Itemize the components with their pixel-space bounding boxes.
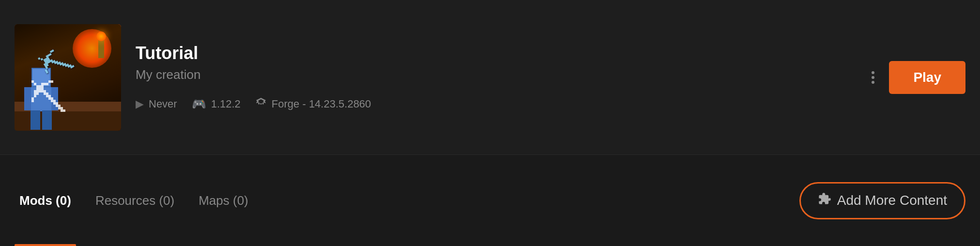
- modloader-value: Forge - 14.23.5.2860: [272, 98, 371, 110]
- instance-title: Tutorial: [136, 43, 867, 63]
- minecraft-character: [24, 68, 58, 126]
- more-options-button[interactable]: [867, 66, 879, 89]
- header-actions: Play: [867, 61, 965, 94]
- forge-icon: [255, 97, 267, 111]
- instance-subtitle: My creation: [136, 67, 867, 82]
- tab-maps-label: Maps (0): [199, 193, 248, 208]
- dot-1: [872, 71, 874, 74]
- meta-last-played: ▶ Never: [136, 98, 177, 110]
- play-button[interactable]: Play: [889, 61, 965, 94]
- tab-mods[interactable]: Mods (0): [15, 155, 76, 246]
- instance-meta: ▶ Never 🎮 1.12.2 Forge - 14.23.5.2860: [136, 97, 867, 111]
- add-more-content-button[interactable]: Add More Content: [799, 182, 965, 219]
- dot-3: [872, 81, 874, 84]
- version-value: 1.12.2: [211, 98, 241, 110]
- content-tabs-section: Mods (0) Resources (0) Maps (0) Add More…: [0, 155, 980, 246]
- torch-decoration: [98, 39, 104, 58]
- puzzle-icon: [818, 192, 831, 209]
- tabs-container: Mods (0) Resources (0) Maps (0): [15, 155, 268, 246]
- meta-version: 🎮 1.12.2: [192, 97, 241, 111]
- thumbnail-art: ⛏: [15, 24, 121, 131]
- meta-modloader: Forge - 14.23.5.2860: [255, 97, 371, 111]
- add-more-content-label: Add More Content: [837, 193, 947, 208]
- last-played-value: Never: [149, 98, 177, 110]
- gamepad-icon: 🎮: [192, 97, 206, 111]
- instance-info: Tutorial My creation ▶ Never 🎮 1.12.2: [136, 43, 867, 111]
- app-container: ⛏ Tutorial My creation ▶ Never 🎮 1.12.2: [0, 0, 980, 246]
- play-triangle-icon: ▶: [136, 98, 144, 110]
- instance-header: ⛏ Tutorial My creation ▶ Never 🎮 1.12.2: [0, 0, 980, 155]
- tab-resources-label: Resources (0): [95, 193, 174, 208]
- dot-2: [872, 76, 874, 79]
- tab-resources[interactable]: Resources (0): [91, 155, 179, 246]
- tab-mods-label: Mods (0): [19, 193, 71, 208]
- tab-maps[interactable]: Maps (0): [194, 155, 253, 246]
- instance-thumbnail: ⛏: [15, 24, 121, 131]
